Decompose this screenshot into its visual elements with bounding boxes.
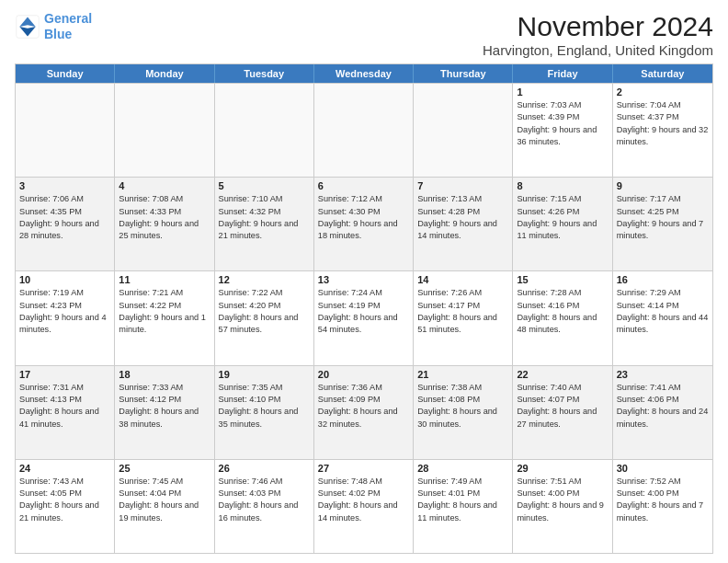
day-number: 4 [119,180,210,191]
cal-cell-4-1: 17Sunrise: 7:31 AMSunset: 4:13 PMDayligh… [16,366,115,459]
logo-line2: Blue [44,27,92,42]
calendar-header: SundayMondayTuesdayWednesdayThursdayFrid… [16,64,712,83]
cell-info: Sunrise: 7:24 AMSunset: 4:19 PMDaylight:… [318,287,409,336]
day-number: 2 [617,86,709,98]
day-number: 27 [318,463,409,474]
day-number: 15 [517,274,608,285]
day-number: 14 [417,274,508,285]
cal-cell-1-6: 1Sunrise: 7:03 AMSunset: 4:39 PMDaylight… [513,84,612,177]
cell-info: Sunrise: 7:33 AMSunset: 4:12 PMDaylight:… [119,382,210,431]
title-section: November 2024 Harvington, England, Unite… [483,11,713,58]
cell-info: Sunrise: 7:21 AMSunset: 4:22 PMDaylight:… [119,287,210,336]
header-day-friday: Friday [513,64,612,83]
cal-cell-2-3: 5Sunrise: 7:10 AMSunset: 4:32 PMDaylight… [215,178,314,270]
day-number: 13 [318,274,409,285]
cell-info: Sunrise: 7:10 AMSunset: 4:32 PMDaylight:… [219,193,310,242]
cell-info: Sunrise: 7:35 AMSunset: 4:10 PMDaylight:… [219,382,310,431]
day-number: 22 [517,369,608,380]
cell-info: Sunrise: 7:41 AMSunset: 4:06 PMDaylight:… [617,382,709,431]
day-number: 12 [219,274,310,285]
cal-cell-1-5 [414,84,513,177]
cal-cell-2-4: 6Sunrise: 7:12 AMSunset: 4:30 PMDaylight… [314,178,414,270]
day-number: 20 [318,369,409,380]
cal-cell-5-3: 26Sunrise: 7:46 AMSunset: 4:03 PMDayligh… [215,460,314,553]
cell-info: Sunrise: 7:12 AMSunset: 4:30 PMDaylight:… [318,193,409,242]
day-number: 28 [417,463,508,474]
cal-cell-5-5: 28Sunrise: 7:49 AMSunset: 4:01 PMDayligh… [414,460,513,553]
cell-info: Sunrise: 7:51 AMSunset: 4:00 PMDaylight:… [517,476,608,524]
cal-cell-5-2: 25Sunrise: 7:45 AMSunset: 4:04 PMDayligh… [115,460,214,553]
day-number: 26 [219,463,310,474]
calendar-row-2: 3Sunrise: 7:06 AMSunset: 4:35 PMDaylight… [16,177,712,270]
cell-info: Sunrise: 7:17 AMSunset: 4:25 PMDaylight:… [617,193,709,242]
cal-cell-2-2: 4Sunrise: 7:08 AMSunset: 4:33 PMDaylight… [115,178,214,270]
cell-info: Sunrise: 7:36 AMSunset: 4:09 PMDaylight:… [318,382,409,431]
cell-info: Sunrise: 7:19 AMSunset: 4:23 PMDaylight:… [19,287,110,336]
cell-info: Sunrise: 7:13 AMSunset: 4:28 PMDaylight:… [417,193,508,242]
cell-info: Sunrise: 7:29 AMSunset: 4:14 PMDaylight:… [617,287,709,336]
cell-info: Sunrise: 7:04 AMSunset: 4:37 PMDaylight:… [617,99,709,148]
day-number: 24 [19,463,110,474]
day-number: 30 [617,463,709,474]
calendar-body: 1Sunrise: 7:03 AMSunset: 4:39 PMDaylight… [16,83,712,553]
cal-cell-4-2: 18Sunrise: 7:33 AMSunset: 4:12 PMDayligh… [115,366,214,459]
day-number: 8 [517,180,608,191]
calendar-row-3: 10Sunrise: 7:19 AMSunset: 4:23 PMDayligh… [16,270,712,364]
cal-cell-2-5: 7Sunrise: 7:13 AMSunset: 4:28 PMDaylight… [414,178,513,270]
cal-cell-1-2 [115,84,214,177]
header-day-thursday: Thursday [414,64,513,83]
cal-cell-3-5: 14Sunrise: 7:26 AMSunset: 4:17 PMDayligh… [414,271,513,364]
day-number: 17 [19,369,110,380]
cal-cell-5-7: 30Sunrise: 7:52 AMSunset: 4:00 PMDayligh… [613,460,712,553]
logo-text: General Blue [44,11,92,42]
cal-cell-4-7: 23Sunrise: 7:41 AMSunset: 4:06 PMDayligh… [613,366,712,459]
day-number: 25 [119,463,210,474]
cal-cell-2-7: 9Sunrise: 7:17 AMSunset: 4:25 PMDaylight… [613,178,712,270]
cal-cell-4-6: 22Sunrise: 7:40 AMSunset: 4:07 PMDayligh… [513,366,612,459]
header-day-wednesday: Wednesday [314,64,414,83]
cal-cell-5-1: 24Sunrise: 7:43 AMSunset: 4:05 PMDayligh… [16,460,115,553]
top-section: General Blue November 2024 Harvington, E… [15,11,713,58]
cell-info: Sunrise: 7:06 AMSunset: 4:35 PMDaylight:… [19,193,110,242]
day-number: 9 [617,180,709,191]
day-number: 21 [417,369,508,380]
day-number: 18 [119,369,210,380]
cal-cell-1-3 [215,84,314,177]
header-day-saturday: Saturday [613,64,712,83]
logo-line1: General [44,11,92,27]
cell-info: Sunrise: 7:52 AMSunset: 4:00 PMDaylight:… [617,476,709,524]
cell-info: Sunrise: 7:38 AMSunset: 4:08 PMDaylight:… [417,382,508,431]
cal-cell-3-2: 11Sunrise: 7:21 AMSunset: 4:22 PMDayligh… [115,271,214,364]
day-number: 5 [219,180,310,191]
logo: General Blue [15,11,92,42]
calendar-row-4: 17Sunrise: 7:31 AMSunset: 4:13 PMDayligh… [16,365,712,459]
calendar: SundayMondayTuesdayWednesdayThursdayFrid… [15,63,713,554]
calendar-row-1: 1Sunrise: 7:03 AMSunset: 4:39 PMDaylight… [16,83,712,177]
day-number: 16 [617,274,709,285]
cell-info: Sunrise: 7:48 AMSunset: 4:02 PMDaylight:… [318,476,409,524]
cal-cell-3-3: 12Sunrise: 7:22 AMSunset: 4:20 PMDayligh… [215,271,314,364]
logo-icon [15,14,40,40]
day-number: 23 [617,369,709,380]
cal-cell-3-4: 13Sunrise: 7:24 AMSunset: 4:19 PMDayligh… [314,271,414,364]
cal-cell-2-6: 8Sunrise: 7:15 AMSunset: 4:26 PMDaylight… [513,178,612,270]
cal-cell-4-4: 20Sunrise: 7:36 AMSunset: 4:09 PMDayligh… [314,366,414,459]
cal-cell-3-1: 10Sunrise: 7:19 AMSunset: 4:23 PMDayligh… [16,271,115,364]
day-number: 11 [119,274,210,285]
cell-info: Sunrise: 7:40 AMSunset: 4:07 PMDaylight:… [517,382,608,431]
page: General Blue November 2024 Harvington, E… [0,0,728,563]
cal-cell-4-5: 21Sunrise: 7:38 AMSunset: 4:08 PMDayligh… [414,366,513,459]
cal-cell-2-1: 3Sunrise: 7:06 AMSunset: 4:35 PMDaylight… [16,178,115,270]
cell-info: Sunrise: 7:03 AMSunset: 4:39 PMDaylight:… [517,99,608,148]
location: Harvington, England, United Kingdom [483,42,713,58]
cell-info: Sunrise: 7:15 AMSunset: 4:26 PMDaylight:… [517,193,608,242]
cal-cell-3-7: 16Sunrise: 7:29 AMSunset: 4:14 PMDayligh… [613,271,712,364]
day-number: 10 [19,274,110,285]
cell-info: Sunrise: 7:22 AMSunset: 4:20 PMDaylight:… [219,287,310,336]
day-number: 1 [517,86,608,98]
header-day-tuesday: Tuesday [215,64,314,83]
cal-cell-5-6: 29Sunrise: 7:51 AMSunset: 4:00 PMDayligh… [513,460,612,553]
header-day-monday: Monday [115,64,214,83]
cell-info: Sunrise: 7:31 AMSunset: 4:13 PMDaylight:… [19,382,110,431]
calendar-row-5: 24Sunrise: 7:43 AMSunset: 4:05 PMDayligh… [16,459,712,553]
